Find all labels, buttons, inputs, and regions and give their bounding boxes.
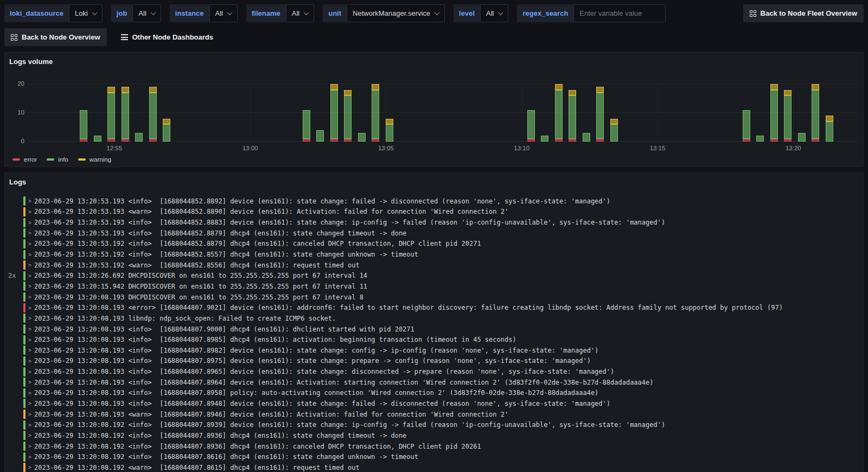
variable-value-unit[interactable]: NetworkManager.service bbox=[347, 4, 445, 22]
log-row[interactable]: >2023-06-29 13:20:08.192 <info> [1688044… bbox=[5, 441, 863, 452]
log-expand-chevron-icon[interactable]: > bbox=[25, 464, 34, 470]
stacked-bar[interactable] bbox=[386, 119, 393, 142]
bar-segment-info bbox=[358, 133, 366, 142]
log-expand-chevron-icon[interactable]: > bbox=[25, 273, 34, 279]
log-expand-chevron-icon[interactable]: > bbox=[25, 379, 34, 385]
legend-item-error[interactable]: error bbox=[12, 156, 37, 163]
log-row[interactable]: >2023-06-29 13:20:08.193 <info> [1688044… bbox=[5, 356, 863, 367]
log-row[interactable]: >2023-06-29 13:20:53.192 <info> [1688044… bbox=[5, 249, 863, 260]
log-expand-chevron-icon[interactable]: > bbox=[25, 198, 34, 204]
log-row[interactable]: >2023-06-29 13:20:53.193 <info> [1688044… bbox=[5, 217, 863, 228]
stacked-bar[interactable] bbox=[798, 133, 806, 142]
variable-input-regex_search[interactable] bbox=[573, 4, 666, 22]
stacked-bar[interactable] bbox=[135, 133, 143, 142]
log-row[interactable]: >2023-06-29 13:20:53.193 <info> [1688044… bbox=[5, 196, 863, 207]
variable-value-filename[interactable]: All bbox=[286, 4, 314, 22]
stacked-bar[interactable] bbox=[107, 87, 115, 142]
log-row[interactable]: 2x>2023-06-29 13:20:26.692 DHCPDISCOVER … bbox=[5, 270, 863, 281]
stacked-bar[interactable] bbox=[610, 119, 618, 142]
back-to-node-fleet-overview-button[interactable]: Back to Node Fleet Overview bbox=[743, 4, 864, 22]
log-row[interactable]: >2023-06-29 13:20:08.192 <info> [1688044… bbox=[5, 430, 863, 441]
legend-item-warning[interactable]: warning bbox=[78, 156, 111, 163]
log-expand-chevron-icon[interactable]: > bbox=[25, 422, 34, 428]
log-row[interactable]: >2023-06-29 13:20:08.193 <error> [168804… bbox=[5, 302, 863, 313]
log-row[interactable]: >2023-06-29 13:20:08.193 <info> [1688044… bbox=[5, 398, 863, 409]
stacked-bar[interactable] bbox=[826, 116, 833, 142]
log-row[interactable]: >2023-06-29 13:20:08.193 <info> [1688044… bbox=[5, 324, 863, 335]
logs-volume-chart[interactable]: 12:5513:0013:0513:1013:1513:20 bbox=[28, 84, 858, 142]
log-expand-chevron-icon[interactable]: > bbox=[25, 241, 34, 247]
stacked-bar[interactable] bbox=[770, 84, 778, 142]
grid-line-x-13:20 bbox=[793, 84, 794, 142]
log-expand-chevron-icon[interactable]: > bbox=[25, 220, 34, 226]
back-to-node-overview-button[interactable]: Back to Node Overview bbox=[4, 28, 107, 46]
variable-value-level[interactable]: All bbox=[480, 4, 508, 22]
log-row[interactable]: >2023-06-29 13:20:53.192 <info> [1688044… bbox=[5, 239, 863, 250]
log-expand-chevron-icon[interactable]: > bbox=[25, 305, 34, 311]
back-to-node-overview-label: Back to Node Overview bbox=[22, 33, 100, 41]
stacked-bar[interactable] bbox=[541, 136, 548, 142]
stacked-bar[interactable] bbox=[569, 90, 576, 142]
stacked-bar[interactable] bbox=[344, 90, 352, 142]
log-row[interactable]: >2023-06-29 13:20:08.192 <warn> [1688044… bbox=[5, 462, 863, 472]
log-expand-chevron-icon[interactable]: > bbox=[25, 369, 34, 375]
stacked-bar[interactable] bbox=[784, 90, 792, 142]
log-expand-chevron-icon[interactable]: > bbox=[25, 358, 34, 364]
stacked-bar[interactable] bbox=[80, 110, 87, 142]
log-expand-chevron-icon[interactable]: > bbox=[25, 432, 34, 438]
log-expand-chevron-icon[interactable]: > bbox=[25, 294, 34, 300]
log-row[interactable]: >2023-06-29 13:20:08.193 <info> [1688044… bbox=[5, 334, 863, 345]
log-expand-chevron-icon[interactable]: > bbox=[25, 252, 34, 258]
stacked-bar[interactable] bbox=[596, 87, 604, 142]
other-node-dashboards-link[interactable]: Other Node Dashboards bbox=[119, 28, 216, 46]
log-expand-chevron-icon[interactable]: > bbox=[25, 337, 34, 343]
legend-item-info[interactable]: info bbox=[47, 156, 68, 163]
log-row[interactable]: >2023-06-29 13:20:15.942 DHCPDISCOVER on… bbox=[5, 281, 863, 292]
log-row[interactable]: >2023-06-29 13:20:08.193 <warn> [1688044… bbox=[5, 409, 863, 420]
log-expand-chevron-icon[interactable]: > bbox=[25, 454, 34, 460]
stacked-bar[interactable] bbox=[330, 84, 338, 142]
log-expand-chevron-icon[interactable]: > bbox=[25, 326, 34, 332]
stacked-bar[interactable] bbox=[316, 130, 324, 142]
stacked-bar[interactable] bbox=[149, 87, 157, 142]
stacked-bar[interactable] bbox=[812, 84, 819, 142]
bar-segment-error bbox=[743, 139, 750, 142]
bar-segment-error bbox=[107, 139, 115, 142]
log-expand-chevron-icon[interactable]: > bbox=[25, 283, 34, 289]
variable-value-job[interactable]: All bbox=[132, 4, 161, 22]
stacked-bar[interactable] bbox=[555, 84, 563, 142]
log-expand-chevron-icon[interactable]: > bbox=[25, 400, 34, 406]
stacked-bar[interactable] bbox=[372, 84, 379, 142]
log-row[interactable]: >2023-06-29 13:20:08.193 <info> [1688044… bbox=[5, 366, 863, 377]
log-row[interactable]: >2023-06-29 13:20:53.192 <warn> [1688044… bbox=[5, 260, 863, 271]
variable-value-loki_datasource[interactable]: Loki bbox=[69, 4, 103, 22]
log-row[interactable]: >2023-06-29 13:20:08.193 DHCPDISCOVER on… bbox=[5, 292, 863, 303]
stacked-bar[interactable] bbox=[527, 110, 535, 142]
stacked-bar[interactable] bbox=[583, 133, 590, 142]
log-expand-chevron-icon[interactable]: > bbox=[25, 347, 34, 353]
stacked-bar[interactable] bbox=[94, 136, 101, 142]
stacked-bar[interactable] bbox=[163, 119, 170, 142]
log-row[interactable]: >2023-06-29 13:20:08.192 <info> [1688044… bbox=[5, 451, 863, 462]
log-row[interactable]: >2023-06-29 13:20:08.193 <info> [1688044… bbox=[5, 377, 863, 388]
log-row[interactable]: >2023-06-29 13:20:53.193 <warn> [1688044… bbox=[5, 207, 863, 218]
log-expand-chevron-icon[interactable]: > bbox=[25, 390, 34, 396]
log-row[interactable]: >2023-06-29 13:20:08.193 <info> [1688044… bbox=[5, 345, 863, 356]
stacked-bar[interactable] bbox=[743, 110, 750, 142]
log-row[interactable]: >2023-06-29 13:20:53.193 <info> [1688044… bbox=[5, 228, 863, 239]
log-row[interactable]: >2023-06-29 13:20:08.192 <info> [1688044… bbox=[5, 419, 863, 430]
stacked-bar[interactable] bbox=[756, 136, 764, 142]
log-expand-chevron-icon[interactable]: > bbox=[25, 230, 34, 236]
stacked-bar[interactable] bbox=[122, 87, 129, 142]
stacked-bar[interactable] bbox=[303, 110, 310, 142]
log-expand-chevron-icon[interactable]: > bbox=[25, 209, 34, 215]
log-expand-chevron-icon[interactable]: > bbox=[25, 443, 34, 449]
log-expand-chevron-icon[interactable]: > bbox=[25, 315, 34, 321]
log-row[interactable]: >2023-06-29 13:20:08.193 libndp: ndp_soc… bbox=[5, 313, 863, 324]
log-expand-chevron-icon[interactable]: > bbox=[25, 411, 34, 417]
variable-label-filename: filename bbox=[246, 4, 286, 22]
variable-value-instance[interactable]: All bbox=[209, 4, 238, 22]
log-row[interactable]: >2023-06-29 13:20:08.193 <info> [1688044… bbox=[5, 388, 863, 399]
log-expand-chevron-icon[interactable]: > bbox=[25, 262, 34, 268]
stacked-bar[interactable] bbox=[358, 133, 366, 142]
